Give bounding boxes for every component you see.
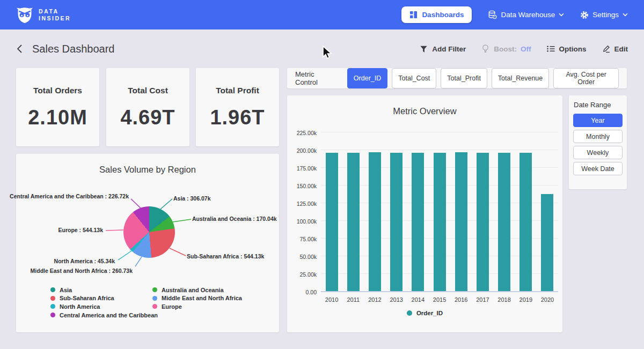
add-filter-button[interactable]: Add Filter xyxy=(419,44,466,54)
y-tick-label: 175.00k xyxy=(287,165,317,172)
page-header: Sales Dashboard Add Filter Boost: Off xyxy=(0,29,644,68)
metric-option-total-revenue[interactable]: Total_Revenue xyxy=(492,68,549,88)
date-range-panel: Date Range YearMonthlyWeeklyWeek Date xyxy=(569,95,627,189)
kpi-label: Total Profit xyxy=(216,86,259,95)
settings-menu[interactable]: Settings xyxy=(580,11,628,19)
bar-2010[interactable] xyxy=(326,153,338,291)
boost-toggle[interactable]: Boost: Off xyxy=(481,44,531,54)
legend-dot xyxy=(50,304,55,309)
boost-balloon-icon xyxy=(481,44,490,54)
bar-2012[interactable] xyxy=(369,152,381,291)
options-button[interactable]: Options xyxy=(546,44,587,53)
bar-2011[interactable] xyxy=(347,153,360,291)
bar-2013[interactable] xyxy=(390,153,402,291)
brand-line2: INSIDER xyxy=(39,15,71,22)
bar-2015[interactable] xyxy=(434,153,446,291)
y-tick-label: 150.00k xyxy=(287,183,317,189)
y-tick-label: 100.00k xyxy=(287,218,317,225)
pie-callout-line xyxy=(160,199,172,209)
pie-legend-item-asia[interactable]: Asia xyxy=(50,286,158,294)
pie-slice-label-australia-and-oceania: Australia and Oceania : 170.04k xyxy=(192,216,277,222)
top-navbar: DATA INSIDER Dashboards xyxy=(0,0,644,29)
x-tick-label: 2020 xyxy=(537,296,558,303)
x-tick-label: 2014 xyxy=(407,296,429,303)
pie-slice-label-sub-saharan-africa: Sub-Saharan Africa : 544.13k xyxy=(187,253,264,259)
pie-slice-label-middle-east-and-north-africa: Middle East and North Africa : 260.73k xyxy=(31,268,133,274)
bar-2017[interactable] xyxy=(477,153,489,291)
legend-label: Europe xyxy=(162,303,182,310)
bar-2018[interactable] xyxy=(498,153,510,291)
date-range-option-week-date[interactable]: Week Date xyxy=(573,162,623,175)
legend-dot xyxy=(407,310,412,316)
x-tick-label: 2018 xyxy=(494,296,515,303)
x-tick-label: 2012 xyxy=(364,296,385,303)
x-tick-label: 2013 xyxy=(386,296,407,303)
brand: DATA INSIDER xyxy=(16,5,71,25)
metric-option-order-id[interactable]: Order_ID xyxy=(347,68,387,88)
pie-legend-item-north-america[interactable]: North America xyxy=(50,302,158,311)
legend-dot xyxy=(50,287,55,292)
kpi-card-total-profit: Total Profit 1.96T xyxy=(196,68,279,146)
bar-chart-plot-area xyxy=(321,133,558,292)
chevron-down-icon xyxy=(623,13,628,17)
pie-chart-title: Sales Volume by Region xyxy=(16,165,279,175)
edit-button[interactable]: Edit xyxy=(602,44,628,54)
kpi-value: 1.96T xyxy=(210,106,265,129)
legend-label: Order_ID xyxy=(416,310,443,316)
pie-legend-item-europe[interactable]: Europe xyxy=(152,302,242,311)
x-tick-label: 2010 xyxy=(321,296,342,303)
kpi-value: 2.10M xyxy=(28,106,87,129)
bar-2014[interactable] xyxy=(412,153,424,291)
pie-callout-line xyxy=(106,230,123,231)
metric-option-total-cost[interactable]: Total_Cost xyxy=(392,68,436,88)
legend-label: Middle East and North Africa xyxy=(162,295,242,301)
pie-legend-item-central-america-and-the-caribbean[interactable]: Central America and the Caribbean xyxy=(50,311,158,320)
pie-callout-line xyxy=(135,257,142,266)
bar-2019[interactable] xyxy=(519,153,532,291)
pie-slice-label-central-america-and-the-caribbean: Central America and the Caribbean : 226.… xyxy=(10,193,129,199)
pie-legend-item-australia-and-oceania[interactable]: Australia and Oceania xyxy=(152,286,242,294)
date-range-option-weekly[interactable]: Weekly xyxy=(573,146,623,159)
kpi-card-total-cost: Total Cost 4.69T xyxy=(106,68,189,146)
y-tick-label: 125.00k xyxy=(287,201,317,207)
boost-state: Off xyxy=(521,45,531,53)
x-tick-label: 2016 xyxy=(450,296,472,303)
metric-option-total-profit[interactable]: Total_Profit xyxy=(441,68,487,88)
bar-chart-legend[interactable]: Order_ID xyxy=(287,310,562,316)
chevron-down-icon xyxy=(559,13,564,17)
legend-label: Asia xyxy=(60,287,72,293)
metric-control-bar: Metric Control Order_IDTotal_CostTotal_P… xyxy=(287,68,627,88)
owl-logo-icon xyxy=(16,5,33,25)
y-tick-label: 0.00 xyxy=(287,289,317,295)
metric-control-buttons: Order_IDTotal_CostTotal_ProfitTotal_Reve… xyxy=(347,68,619,88)
brand-line1: DATA xyxy=(39,8,71,15)
pie-legend-item-sub-saharan-africa[interactable]: Sub-Saharan Africa xyxy=(50,294,158,303)
data-warehouse-menu[interactable]: Data Warehouse xyxy=(488,10,564,19)
legend-label: North America xyxy=(60,303,100,310)
bar-2020[interactable] xyxy=(541,194,553,291)
bar-2016[interactable] xyxy=(455,152,467,291)
database-icon xyxy=(488,10,497,19)
pie-legend-item-middle-east-and-north-africa[interactable]: Middle East and North Africa xyxy=(152,294,242,303)
dashboards-button[interactable]: Dashboards xyxy=(401,6,472,23)
pie-slice-label-north-america: North America : 45.34k xyxy=(54,258,115,264)
legend-label: Central America and the Caribbean xyxy=(60,312,158,318)
filter-funnel-icon xyxy=(419,44,428,54)
sales-volume-pie-card: Sales Volume by Region Asia : 306.07kAus… xyxy=(16,154,279,332)
pie-legend-column-1: AsiaSub-Saharan AfricaNorth AmericaCentr… xyxy=(50,286,158,319)
metric-control-label: Metric Control xyxy=(295,70,338,86)
y-tick-label: 25.00k xyxy=(287,271,317,278)
pie-callout-line xyxy=(173,219,191,222)
date-range-option-monthly[interactable]: Monthly xyxy=(573,130,623,143)
metric-option-avg-cost-per-order[interactable]: Avg. Cost per Order xyxy=(553,68,619,88)
pie-chart[interactable] xyxy=(123,206,175,258)
y-tick-label: 200.00k xyxy=(287,147,317,154)
date-range-option-year[interactable]: Year xyxy=(573,114,623,127)
gear-icon xyxy=(580,11,589,19)
back-button[interactable] xyxy=(16,43,24,54)
pie-slice-label-asia: Asia : 306.07k xyxy=(173,195,210,202)
dashboards-grid-icon xyxy=(409,11,418,19)
legend-dot xyxy=(152,296,157,301)
legend-label: Sub-Saharan Africa xyxy=(60,295,114,301)
page-title: Sales Dashboard xyxy=(32,43,114,55)
